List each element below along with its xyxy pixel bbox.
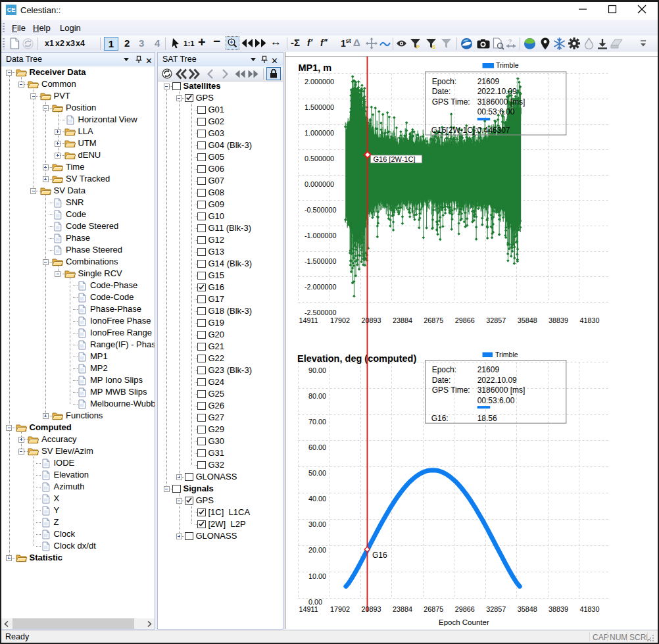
svg-text:Epoch Counter: Epoch Counter bbox=[439, 618, 489, 626]
svg-text:G16[2W-1C]:0.446307: G16[2W-1C]:0.446307 bbox=[431, 126, 510, 135]
svg-text:18.56: 18.56 bbox=[477, 414, 497, 423]
svg-text:3186000 [ms]: 3186000 [ms] bbox=[477, 97, 525, 107]
svg-text:0.500000: 0.500000 bbox=[305, 155, 334, 162]
svg-text:Epoch:: Epoch: bbox=[431, 365, 456, 374]
svg-text:50.00: 50.00 bbox=[308, 469, 326, 477]
svg-text:23884: 23884 bbox=[393, 605, 412, 613]
svg-text:26875: 26875 bbox=[424, 316, 443, 324]
svg-text:00:53:6.00: 00:53:6.00 bbox=[477, 396, 514, 405]
svg-text:00:53:6.00: 00:53:6.00 bbox=[477, 107, 514, 116]
svg-text:23884: 23884 bbox=[393, 316, 412, 324]
svg-text:14911: 14911 bbox=[299, 605, 318, 613]
svg-text:Trimble: Trimble bbox=[496, 61, 519, 69]
svg-text:Trimble: Trimble bbox=[495, 351, 518, 359]
svg-text:S: S bbox=[432, 44, 436, 49]
svg-text:GPS Time:: GPS Time: bbox=[431, 385, 470, 395]
svg-text:-2.000000: -2.000000 bbox=[305, 283, 337, 291]
svg-text:29866: 29866 bbox=[454, 605, 474, 613]
svg-text:40.00: 40.00 bbox=[308, 495, 326, 503]
svg-text:2022.10.09: 2022.10.09 bbox=[477, 376, 516, 385]
svg-text:41830: 41830 bbox=[579, 605, 599, 613]
svg-text:70.00: 70.00 bbox=[308, 418, 326, 426]
svg-text:17902: 17902 bbox=[330, 605, 350, 613]
svg-text:1.500000: 1.500000 bbox=[305, 103, 334, 111]
svg-text:35848: 35848 bbox=[517, 316, 537, 324]
svg-text:P: P bbox=[416, 44, 420, 49]
svg-text:38839: 38839 bbox=[549, 316, 568, 324]
svg-text:32857: 32857 bbox=[486, 316, 506, 324]
svg-text:20893: 20893 bbox=[361, 316, 381, 324]
svg-text:1.000000: 1.000000 bbox=[305, 129, 334, 137]
svg-text:2022.10.09: 2022.10.09 bbox=[477, 87, 516, 96]
svg-text:38839: 38839 bbox=[549, 605, 568, 613]
svg-text:-1.500000: -1.500000 bbox=[305, 257, 337, 265]
svg-text:20893: 20893 bbox=[361, 605, 381, 613]
svg-text:GPS Time:: GPS Time: bbox=[431, 97, 470, 107]
svg-text:80.00: 80.00 bbox=[308, 392, 326, 400]
svg-text:26875: 26875 bbox=[424, 605, 443, 613]
svg-text:G16: G16 bbox=[372, 551, 387, 560]
svg-text:G16 [2W-1C]: G16 [2W-1C] bbox=[373, 155, 415, 163]
svg-text:3186000 [ms]: 3186000 [ms] bbox=[477, 385, 525, 395]
svg-text:Date:: Date: bbox=[431, 87, 451, 96]
svg-text:MP1, m: MP1, m bbox=[298, 62, 331, 73]
svg-text:60.00: 60.00 bbox=[308, 443, 326, 451]
svg-text:-1.000000: -1.000000 bbox=[305, 232, 337, 239]
svg-text:G16:: G16: bbox=[431, 414, 448, 423]
svg-text:90.00: 90.00 bbox=[308, 366, 326, 374]
svg-text:17902: 17902 bbox=[330, 316, 350, 324]
svg-text:41830: 41830 bbox=[579, 316, 599, 324]
svg-text:29866: 29866 bbox=[454, 316, 474, 324]
svg-text:14911: 14911 bbox=[299, 316, 318, 324]
svg-text:Epoch:: Epoch: bbox=[431, 77, 456, 86]
svg-text:10.00: 10.00 bbox=[308, 572, 326, 580]
svg-text:Elevation, deg (computed): Elevation, deg (computed) bbox=[297, 353, 416, 364]
svg-text:Date:: Date: bbox=[431, 376, 451, 385]
svg-text:21609: 21609 bbox=[477, 365, 499, 374]
svg-text:2.000000: 2.000000 bbox=[305, 78, 334, 86]
svg-text:0.000000: 0.000000 bbox=[305, 180, 334, 188]
svg-text:21609: 21609 bbox=[477, 77, 499, 86]
svg-text:?: ? bbox=[508, 38, 512, 45]
svg-text:-2.500000: -2.500000 bbox=[305, 309, 337, 316]
svg-text:20.00: 20.00 bbox=[308, 546, 326, 554]
svg-text:32857: 32857 bbox=[486, 605, 506, 613]
svg-text:35848: 35848 bbox=[517, 605, 537, 613]
svg-text:-0.500000: -0.500000 bbox=[305, 206, 337, 214]
svg-text:30.00: 30.00 bbox=[308, 520, 326, 528]
